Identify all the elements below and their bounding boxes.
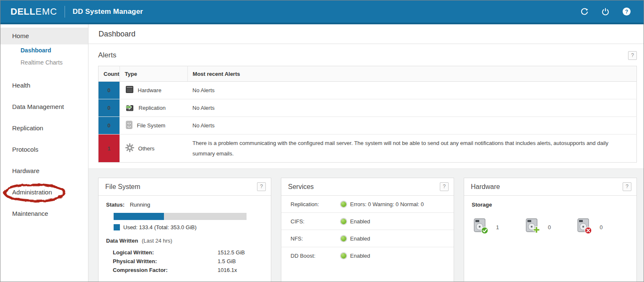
logo-dell: DELL — [10, 6, 35, 17]
storage-disks-ok: 1 — [473, 218, 525, 236]
sidebar: Home Dashboard Realtime Charts Health Da… — [0, 24, 88, 282]
sidebar-item-dashboard[interactable]: Dashboard — [0, 44, 88, 57]
storage-disks-add: 0 — [525, 218, 577, 236]
alert-type-label: Replication — [139, 105, 166, 111]
logo-emc: EMC — [35, 6, 57, 17]
sidebar-item-health[interactable]: Health — [0, 81, 88, 90]
alerts-help-button[interactable]: ? — [628, 51, 637, 60]
services-help-button[interactable]: ? — [440, 182, 449, 191]
service-row-dd-boost: DD Boost: Enabled — [281, 247, 454, 264]
fs-data-written-label: Data Written — [106, 238, 138, 244]
fs-logical-written-label: Logical Written: — [113, 248, 218, 257]
alert-count-badge[interactable]: 0 — [99, 117, 120, 135]
service-status: Enabled — [350, 235, 370, 242]
content-area: Dashboard Alerts ? Count Type Most recen… — [88, 24, 644, 282]
fs-stat-row: Logical Written: 1512.5 GiB — [113, 248, 263, 257]
server-icon — [125, 85, 134, 95]
file-system-panel: File System ? Status: Running — [98, 178, 271, 282]
disk-fail-icon — [577, 218, 593, 236]
service-label: DD Boost: — [291, 253, 341, 259]
refresh-icon[interactable] — [580, 7, 589, 16]
hardware-help-button[interactable]: ? — [623, 182, 631, 191]
disk-ok-count: 1 — [496, 224, 499, 230]
sidebar-item-data-management[interactable]: Data Management — [0, 102, 88, 111]
col-type: Type — [119, 66, 187, 82]
alert-count-badge[interactable]: 1 — [99, 135, 120, 163]
page-title: Dashboard — [99, 30, 135, 39]
fs-stat-row: Compression Factor: 1016.1x — [113, 266, 263, 274]
alert-count-badge[interactable]: 0 — [99, 82, 120, 99]
service-row-replication: Replication: Errors: 0 Warning: 0 Normal… — [281, 196, 454, 213]
alert-row-replication: 0 — [99, 99, 637, 117]
panels-band: File System ? Status: Running — [88, 168, 644, 282]
fs-status-value: Running — [130, 202, 150, 208]
sidebar-item-hardware[interactable]: Hardware — [0, 166, 88, 176]
fs-capacity-bar — [114, 213, 247, 220]
alerts-title: Alerts — [98, 51, 116, 60]
col-count: Count — [99, 66, 120, 82]
fs-used-legend-label: Used: 133.4 (Total: 353.0 GiB) — [123, 224, 197, 230]
green-status-led-icon — [341, 236, 346, 241]
service-label: CIFS: — [291, 218, 341, 225]
fs-physical-written-value: 1.5 GiB — [218, 257, 263, 266]
storage-label: Storage — [472, 202, 629, 208]
alert-row-hardware: 0 — [99, 82, 637, 99]
alerts-table: Count Type Most recent Alerts 0 — [98, 66, 637, 163]
service-row-nfs: NFS: Enabled — [281, 230, 454, 247]
sidebar-item-administration[interactable]: Administration — [0, 188, 88, 197]
dell-emc-logo: DELL EMC — [10, 6, 57, 17]
alert-row-file-system: 0 — [99, 117, 637, 135]
services-panel: Services ? Replication: Errors: 0 Warnin… — [281, 178, 454, 282]
green-status-led-icon — [341, 219, 346, 224]
disk-add-count: 0 — [548, 224, 551, 230]
service-status: Enabled — [350, 253, 370, 259]
service-label: NFS: — [291, 235, 341, 242]
fs-compression-factor-label: Compression Factor: — [113, 266, 218, 274]
fs-stat-row: Physical Written: 1.5 GiB — [113, 257, 263, 266]
file-system-help-button[interactable]: ? — [257, 182, 266, 191]
alert-type-label: Hardware — [138, 87, 161, 93]
fs-used-bar-fill — [114, 213, 164, 220]
green-status-led-icon — [341, 253, 346, 259]
alert-message: No Alerts — [187, 82, 636, 99]
services-title: Services — [288, 183, 314, 191]
help-icon[interactable]: ? — [622, 7, 631, 16]
alert-type-label: Others — [138, 145, 155, 152]
service-label: Replication: — [291, 201, 341, 207]
col-most-recent: Most recent Alerts — [187, 66, 636, 82]
app-window: DELL EMC DD System Manager — [0, 0, 644, 282]
green-status-led-icon — [341, 202, 346, 207]
file-cabinet-icon — [125, 121, 133, 131]
alert-row-others: 1 — [99, 135, 637, 163]
topbar-actions: ? — [580, 7, 631, 16]
sidebar-item-replication[interactable]: Replication — [0, 124, 88, 133]
alert-count-badge[interactable]: 0 — [99, 99, 120, 117]
alerts-section: Alerts ? Count Type Most recent Alerts 0 — [88, 44, 644, 168]
sidebar-item-home[interactable]: Home — [0, 28, 88, 44]
sidebar-item-maintenance[interactable]: Maintenance — [0, 209, 88, 218]
gear-icon — [125, 143, 135, 154]
replication-icon — [125, 103, 135, 113]
service-status: Errors: 0 Warning: 0 Normal: 0 — [350, 201, 424, 207]
topbar: DELL EMC DD System Manager — [0, 0, 644, 24]
page-title-band: Dashboard — [88, 24, 644, 44]
file-system-title: File System — [105, 183, 140, 191]
alert-type-label: File System — [137, 122, 166, 129]
sidebar-item-realtime-charts[interactable]: Realtime Charts — [0, 57, 88, 69]
alerts-header-row: Count Type Most recent Alerts — [99, 66, 637, 82]
fs-logical-written-value: 1512.5 GiB — [218, 248, 263, 257]
hardware-title: Hardware — [471, 183, 500, 191]
service-status: Enabled — [350, 218, 370, 225]
topbar-divider — [65, 6, 65, 18]
svg-text:?: ? — [625, 9, 628, 15]
disk-add-icon — [525, 218, 541, 236]
fs-physical-written-label: Physical Written: — [113, 257, 218, 266]
alert-message: There is a problem communicating with th… — [187, 135, 636, 163]
alert-message: No Alerts — [187, 99, 636, 117]
power-icon[interactable] — [601, 7, 610, 16]
storage-disks-failed: 0 — [577, 218, 629, 236]
sidebar-item-protocols[interactable]: Protocols — [0, 145, 88, 154]
fs-data-written-period: (Last 24 hrs) — [142, 238, 172, 244]
service-row-cifs: CIFS: Enabled — [281, 213, 454, 230]
sidebar-item-administration-label: Administration — [12, 189, 52, 196]
